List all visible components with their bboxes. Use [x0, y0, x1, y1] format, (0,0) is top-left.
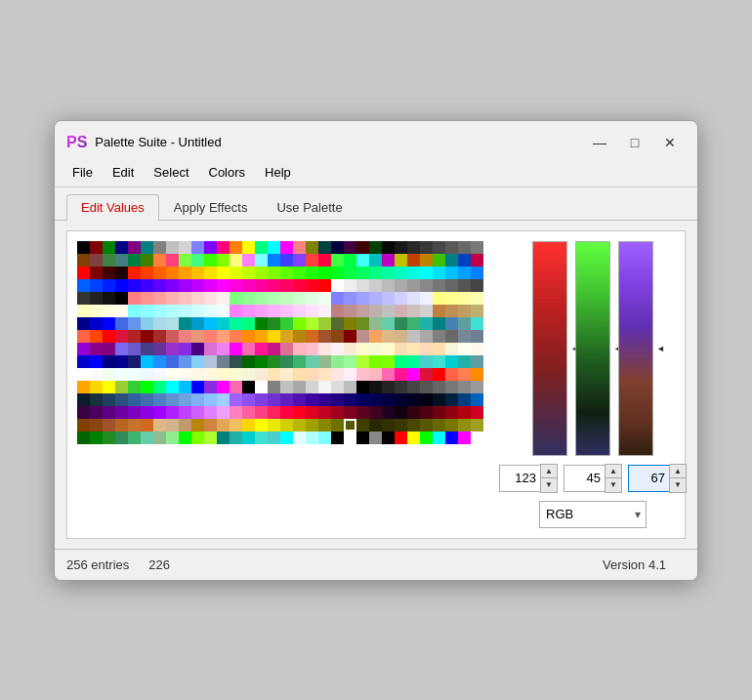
palette-cell[interactable]: [141, 305, 153, 317]
minimize-button[interactable]: —: [584, 131, 615, 154]
palette-cell[interactable]: [407, 355, 420, 368]
palette-cell[interactable]: [191, 317, 204, 330]
palette-cell[interactable]: [115, 241, 128, 254]
color-bar-red[interactable]: [532, 241, 567, 456]
palette-cell[interactable]: [382, 241, 395, 254]
palette-cell[interactable]: [433, 432, 445, 444]
palette-cell[interactable]: [141, 393, 153, 406]
palette-cell[interactable]: [191, 343, 204, 355]
palette-cell[interactable]: [191, 355, 204, 368]
palette-cell[interactable]: [458, 368, 471, 381]
palette-cell[interactable]: [103, 432, 115, 444]
palette-cell[interactable]: [242, 241, 255, 254]
palette-cell[interactable]: [369, 279, 382, 292]
palette-cell[interactable]: [153, 305, 166, 317]
palette-cell[interactable]: [344, 330, 356, 343]
palette-cell[interactable]: [395, 419, 407, 432]
palette-cell[interactable]: [230, 292, 242, 305]
spinner1-down[interactable]: ▼: [541, 478, 557, 492]
palette-cell[interactable]: [433, 279, 445, 292]
palette-cell[interactable]: [433, 343, 445, 355]
palette-cell[interactable]: [153, 330, 166, 343]
palette-cell[interactable]: [141, 406, 153, 419]
palette-cell[interactable]: [280, 432, 293, 444]
palette-cell[interactable]: [128, 432, 141, 444]
palette-cell[interactable]: [268, 343, 280, 355]
palette-cell[interactable]: [179, 279, 191, 292]
palette-cell[interactable]: [331, 355, 344, 368]
palette-cell[interactable]: [306, 343, 318, 355]
palette-cell[interactable]: [128, 254, 141, 267]
palette-cell[interactable]: [407, 267, 420, 279]
palette-cell[interactable]: [293, 406, 306, 419]
palette-cell[interactable]: [179, 330, 191, 343]
palette-cell[interactable]: [128, 292, 141, 305]
palette-cell[interactable]: [191, 267, 204, 279]
palette-cell[interactable]: [166, 432, 179, 444]
palette-cell[interactable]: [293, 279, 306, 292]
palette-cell[interactable]: [293, 330, 306, 343]
palette-cell[interactable]: [369, 292, 382, 305]
palette-cell[interactable]: [471, 406, 483, 419]
palette-cell[interactable]: [242, 381, 255, 393]
palette-cell[interactable]: [433, 381, 445, 393]
palette-cell[interactable]: [445, 343, 458, 355]
palette-cell[interactable]: [166, 241, 179, 254]
palette-cell[interactable]: [306, 432, 318, 444]
palette-cell[interactable]: [191, 381, 204, 393]
palette-cell[interactable]: [395, 305, 407, 317]
menu-select[interactable]: Select: [144, 162, 198, 183]
palette-cell[interactable]: [445, 317, 458, 330]
palette-cell[interactable]: [395, 393, 407, 406]
palette-cell[interactable]: [420, 406, 433, 419]
palette-cell[interactable]: [293, 343, 306, 355]
palette-cell[interactable]: [445, 330, 458, 343]
palette-cell[interactable]: [280, 305, 293, 317]
palette-cell[interactable]: [90, 355, 103, 368]
palette-cell[interactable]: [395, 241, 407, 254]
palette-cell[interactable]: [395, 406, 407, 419]
palette-cell[interactable]: [179, 393, 191, 406]
palette-cell[interactable]: [77, 343, 90, 355]
palette-cell[interactable]: [166, 368, 179, 381]
palette-cell[interactable]: [141, 317, 153, 330]
palette-cell[interactable]: [458, 355, 471, 368]
palette-cell[interactable]: [433, 393, 445, 406]
palette-cell[interactable]: [306, 330, 318, 343]
palette-cell[interactable]: [242, 254, 255, 267]
palette-cell[interactable]: [166, 305, 179, 317]
palette-cell[interactable]: [141, 432, 153, 444]
palette-cell[interactable]: [331, 267, 344, 279]
palette-cell[interactable]: [471, 241, 483, 254]
palette-cell[interactable]: [242, 393, 255, 406]
palette-cell[interactable]: [217, 355, 230, 368]
palette-cell[interactable]: [395, 279, 407, 292]
palette-cell[interactable]: [242, 267, 255, 279]
palette-cell[interactable]: [433, 292, 445, 305]
palette-cell[interactable]: [382, 330, 395, 343]
menu-edit[interactable]: Edit: [103, 162, 144, 183]
palette-cell[interactable]: [407, 292, 420, 305]
palette-cell[interactable]: [306, 381, 318, 393]
palette-cell[interactable]: [471, 381, 483, 393]
palette-cell[interactable]: [90, 305, 103, 317]
palette-cell[interactable]: [471, 317, 483, 330]
palette-cell[interactable]: [204, 368, 217, 381]
palette-cell[interactable]: [356, 393, 369, 406]
palette-cell[interactable]: [217, 267, 230, 279]
palette-cell[interactable]: [217, 241, 230, 254]
palette-cell[interactable]: [280, 279, 293, 292]
palette-cell[interactable]: [255, 393, 268, 406]
palette-cell[interactable]: [458, 292, 471, 305]
palette-cell[interactable]: [293, 254, 306, 267]
palette-cell[interactable]: [471, 368, 483, 381]
palette-cell[interactable]: [356, 419, 369, 432]
palette-cell[interactable]: [103, 330, 115, 343]
palette-cell[interactable]: [331, 317, 344, 330]
palette-cell[interactable]: [471, 432, 483, 444]
palette-cell[interactable]: [90, 406, 103, 419]
palette-cell[interactable]: [230, 432, 242, 444]
palette-cell[interactable]: [179, 343, 191, 355]
palette-cell[interactable]: [318, 432, 331, 444]
palette-cell[interactable]: [103, 279, 115, 292]
